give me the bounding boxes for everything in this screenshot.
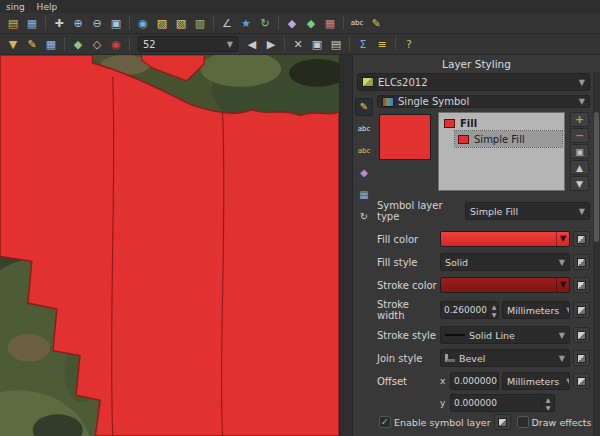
symbol-preview-area [377,112,433,191]
tree-row-simple-fill[interactable]: Simple Fill [455,131,562,147]
vertex-tool-icon[interactable]: ◇ [88,36,106,53]
panel-splitter[interactable] [339,55,352,436]
redo-icon[interactable]: ▶ [262,36,280,53]
add-vector-layer-icon[interactable]: ◆ [302,15,320,32]
copy-features-icon[interactable]: ▣ [308,36,326,53]
measure-icon[interactable]: ∠ [218,15,236,32]
toggle-editing-icon[interactable]: ✎ [23,36,41,53]
bookmarks-icon[interactable]: ★ [237,15,255,32]
move-up-button[interactable]: ▲ [570,160,589,175]
open-project-icon[interactable]: ▤ [4,15,22,32]
chevron-down-icon: ▼ [576,207,585,216]
open-attribute-table-icon[interactable]: ▥ [191,15,209,32]
delete-selected-icon[interactable]: ◉ [107,36,125,53]
renderer-icon [382,97,394,107]
symbol-layer-type-selector[interactable]: Simple Fill ▼ [465,202,590,220]
offset-override-button[interactable] [573,373,590,389]
add-feature-icon[interactable]: ◆ [69,36,87,53]
offset-x-spinbox[interactable]: 0.000000 ▲▼ [450,372,499,390]
fill-style-selector[interactable]: Solid ▼ [440,253,570,271]
toolbar-separator [129,37,130,51]
fill-style-override-button[interactable] [573,254,590,270]
save-edits-icon[interactable]: ▦ [42,36,60,53]
symbol-layer-tree: Fill Simple Fill [438,112,565,191]
menu-item-help[interactable]: Help [37,2,58,12]
save-project-icon[interactable]: ▦ [23,15,41,32]
menu-item-processing[interactable]: sing [6,2,25,12]
current-edits-icon[interactable]: ▼ [4,36,22,53]
stroke-style-override-button[interactable] [573,327,590,343]
deselect-features-icon[interactable]: ▧ [172,15,190,32]
layer-selector[interactable]: ELCs2012 ▼ [357,73,590,91]
stroke-width-override-button[interactable] [573,302,590,318]
mask-tab-icon[interactable]: ◆ [355,164,373,182]
panel-tab-strip: ✎abcabc◆▦↻ [353,93,375,436]
zoom-full-icon[interactable]: ▣ [107,15,125,32]
map-canvas[interactable] [0,55,339,436]
identify-features-icon[interactable]: ◉ [134,15,152,32]
stroke-color-override-button[interactable] [573,277,590,293]
select-features-icon[interactable]: ▨ [153,15,171,32]
layer-styling-toolbar-icon[interactable]: ✎ [367,15,385,32]
spinner-arrows[interactable]: ▲▼ [487,302,499,318]
enable-layer-override-button[interactable] [494,414,511,430]
renderer-value: Single Symbol [398,96,469,107]
join-style-selector[interactable]: Bevel ▼ [440,349,570,367]
offset-y-label: y [440,398,447,408]
add-raster-layer-icon[interactable]: ▦ [321,15,339,32]
move-down-button[interactable]: ▼ [570,176,589,191]
map-render [0,55,339,436]
join-style-override-button[interactable] [573,350,590,366]
draw-effects-label: Draw effects [532,417,592,428]
simple-fill-swatch [458,135,469,144]
enable-symbol-layer-checkbox[interactable]: ✓ [379,416,391,428]
labels-toolbar-icon[interactable]: abc [348,15,366,32]
zoom-out-icon[interactable]: ⊖ [88,15,106,32]
symbol-preview [379,114,431,160]
help-toolbar-icon[interactable]: ? [400,36,418,53]
fill-color-button[interactable]: ▼ [440,231,570,247]
stroke-width-value: 0.260000 [444,305,487,315]
stroke-style-selector[interactable]: Solid Line ▼ [440,326,570,344]
spinner-arrows[interactable]: ▲▼ [497,373,499,389]
chevron-down-icon: ▼ [556,278,569,292]
renderer-selector[interactable]: Single Symbol ▼ [377,95,590,108]
stroke-color-button[interactable]: ▼ [440,277,570,293]
stroke-width-unit-value: Millimeters [507,305,559,316]
duplicate-symbol-layer-button[interactable]: ▣ [570,144,589,159]
stroke-width-unit-selector[interactable]: Millimeters ▼ [502,301,570,319]
tree-row-fill[interactable]: Fill [441,115,562,131]
fill-color-override-button[interactable] [573,231,590,247]
paste-features-icon[interactable]: ▤ [327,36,345,53]
undo-icon[interactable]: ◀ [243,36,261,53]
cut-features-icon[interactable]: ✕ [289,36,307,53]
chevron-down-icon: ▼ [556,258,565,267]
data-defined-icon [577,281,586,290]
toolbar-separator [45,16,46,30]
stroke-width-spinbox[interactable]: 0.260000 ▲▼ [440,301,499,319]
new-layer-icon[interactable]: ◆ [283,15,301,32]
symbology-tab-icon[interactable]: ✎ [355,98,373,116]
scrollbar-thumb[interactable] [594,112,599,242]
add-symbol-layer-button[interactable]: + [570,112,589,127]
pan-map-icon[interactable]: ✚ [50,15,68,32]
scale-combo[interactable]: 52 ▼ [138,36,238,52]
labels-tab-icon[interactable]: abc [355,120,373,138]
chevron-down-icon: ▼ [556,354,565,363]
draw-effects-checkbox[interactable]: ✓ [517,416,529,428]
offset-y-spinbox[interactable]: 0.000000 ▲▼ [450,394,555,412]
python-console-icon[interactable]: ≡ [373,36,391,53]
toolbar-row-1: ▤▦✚⊕⊖▣◉▨▧▥∠★↻◆◆▦abc✎ [0,13,600,34]
offset-unit-selector[interactable]: Millimeters ▼ [502,372,570,390]
zoom-in-icon[interactable]: ⊕ [69,15,87,32]
callouts-tab-icon[interactable]: abc [355,142,373,160]
refresh-map-icon[interactable]: ↻ [256,15,274,32]
offset-label: Offset [377,372,437,387]
spinner-arrows[interactable]: ▲▼ [541,395,554,411]
fill-color-label: Fill color [377,234,437,245]
remove-symbol-layer-button[interactable]: − [570,128,589,143]
panel-scrollbar[interactable] [593,72,600,436]
view-3d-tab-icon[interactable]: ▦ [355,186,373,204]
history-tab-icon[interactable]: ↻ [355,208,373,226]
processing-toolbox-icon[interactable]: Σ [354,36,372,53]
